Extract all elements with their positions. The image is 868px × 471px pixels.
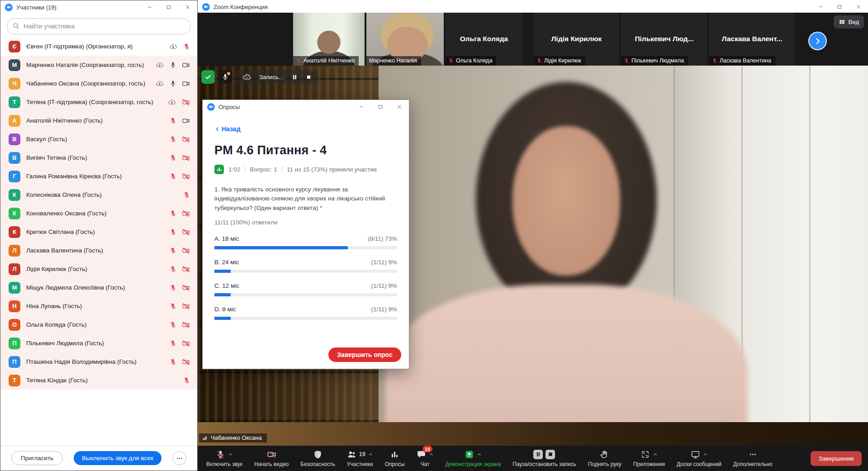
thumbnail-tile[interactable]: Анатолій Нікітченко <box>293 13 365 66</box>
participant-row[interactable]: В Випіяч Тетяна (Гость) <box>0 148 197 167</box>
participant-row[interactable]: Т Тетяна Юндак (Гость) <box>0 371 197 390</box>
mic-muted-icon <box>170 303 176 309</box>
toolbar-whiteboards-button[interactable]: Доски сообщений <box>671 446 727 471</box>
thumbnail-tile[interactable]: Ольга Коляда Ольга Коляда <box>446 13 522 66</box>
close-icon[interactable] <box>178 0 197 14</box>
maximize-icon[interactable] <box>830 0 849 14</box>
participant-row[interactable]: Л Ласкава Валентина (Гость) <box>0 241 197 260</box>
mic-muted-icon <box>170 266 176 272</box>
close-icon[interactable] <box>849 0 868 14</box>
recording-icon <box>169 42 178 51</box>
participant-row[interactable]: М Міщук Людмила Олексіївна (Гость) <box>0 278 197 297</box>
toolbar-label: Включить звук <box>206 461 242 467</box>
participant-row[interactable]: Г Галина Романівна Кіреєва (Гость) <box>0 167 197 186</box>
toolbar-more-button[interactable]: Дополнительно <box>727 446 778 471</box>
participant-row[interactable]: Є Євген (ІТ-підтримка) (Организатор, я) <box>0 37 197 56</box>
pause-recording-icon[interactable] <box>291 74 298 81</box>
avatar: Л <box>9 245 20 257</box>
participant-status-icons <box>170 302 190 310</box>
participant-status-icons <box>170 339 190 347</box>
thumbnail-center-name: Ольга Коляда <box>446 34 522 43</box>
invite-button[interactable]: Пригласить <box>11 451 63 465</box>
option-label: C. 12 міс <box>214 282 239 289</box>
end-meeting-button[interactable]: Завершение <box>811 451 862 466</box>
thumbnail-tile[interactable]: Марченко Наталія <box>366 13 444 66</box>
avatar: Ч <box>9 78 20 90</box>
camera-muted-icon <box>182 339 190 347</box>
participant-row[interactable]: Н Ніна Лупань (Гость) <box>0 297 197 315</box>
toolbar-unmute-button[interactable]: Включить звук <box>200 446 248 471</box>
minimize-icon[interactable] <box>140 0 159 14</box>
search-input[interactable] <box>7 18 191 34</box>
toolbar-pause-stop-recording-button[interactable]: Пауза/остановить запись <box>507 446 582 471</box>
close-icon[interactable] <box>390 100 409 114</box>
toolbar-label: Опросы <box>385 461 405 467</box>
participant-row[interactable]: В Васкул (Гость) <box>0 130 197 148</box>
option-result: (1/11) 9% <box>371 282 397 289</box>
recording-label: Запись... <box>259 74 284 81</box>
participant-row[interactable]: П Пташкіна Надія Володимирівна (Гость) <box>0 352 197 371</box>
toolbar-start-video-button[interactable]: Начать видео <box>248 446 294 471</box>
thumbnail-name: Марченко Наталія <box>369 57 417 64</box>
camera-on-icon <box>182 80 190 88</box>
minimize-icon[interactable] <box>811 0 830 14</box>
avatar: Л <box>9 263 20 275</box>
required-asterisk: * <box>320 205 322 211</box>
participant-row[interactable]: Ч Чабаненко Оксана (Соорганизатор, гость… <box>0 74 197 93</box>
view-button[interactable]: Вид <box>834 15 864 29</box>
camera-on-icon <box>182 117 190 125</box>
chevron-up-icon[interactable] <box>429 452 434 457</box>
maximize-icon[interactable] <box>159 0 178 14</box>
participant-row[interactable]: П Пількевич Людмила (Гость) <box>0 334 197 352</box>
toolbar-polls-button[interactable]: Опросы <box>379 446 411 471</box>
pause-recording-icon[interactable] <box>533 450 543 459</box>
toolbar-security-button[interactable]: Безопасность <box>294 446 341 471</box>
back-link[interactable]: Назад <box>214 125 241 133</box>
participant-status-icons <box>170 321 190 329</box>
participant-row[interactable]: Л Лідія Кирилюк (Гость) <box>0 260 197 278</box>
participant-name: Тетяна (ІТ-підтримка) (Соорганизатор, го… <box>26 99 153 105</box>
chevron-up-icon[interactable] <box>653 452 658 457</box>
chevron-up-icon[interactable] <box>703 452 708 457</box>
stop-recording-icon[interactable] <box>545 450 555 459</box>
thumbnail-center-name: Пількевич Люд... <box>621 34 707 43</box>
camera-muted-icon <box>182 172 190 181</box>
toolbar-apps-button[interactable]: Приложения <box>627 446 671 471</box>
stop-recording-icon[interactable] <box>306 74 312 80</box>
chevron-up-icon[interactable] <box>368 452 373 457</box>
more-options-button[interactable] <box>172 451 186 465</box>
raise-hand-icon <box>600 450 609 459</box>
thumbnail-tile[interactable]: Лідія Кирилюк Лідія Кирилюк <box>534 13 619 66</box>
participant-status-icons <box>170 172 190 181</box>
toolbar-participants-button[interactable]: 19 Участники <box>341 446 379 471</box>
participant-row[interactable]: Т Тетяна (ІТ-підтримка) (Соорганизатор, … <box>0 93 197 111</box>
camera-muted-icon <box>182 358 190 366</box>
chevron-up-icon[interactable] <box>228 452 233 457</box>
participant-row[interactable]: М Марченко Наталія (Соорганизатор, гость… <box>0 56 197 74</box>
option-bar-track <box>214 293 397 296</box>
mic-muted-icon <box>536 58 542 63</box>
participant-row[interactable]: О Ольга Коляда (Гость) <box>0 315 197 334</box>
minimize-icon[interactable] <box>352 100 371 114</box>
participant-row[interactable]: К Коноваленко Оксана (Гость) <box>0 204 197 223</box>
participant-row[interactable]: К Критюк Світлана (Гость) <box>0 223 197 241</box>
option-bar-track <box>214 317 397 320</box>
mute-all-button[interactable]: Выключить звук для всех <box>74 451 161 465</box>
participant-name: Євген (ІТ-підтримка) (Организатор, я) <box>26 43 133 50</box>
toolbar-raise-hand-button[interactable]: Поднять руку <box>582 446 627 471</box>
thumbnail-tile[interactable]: Ласкава Валент... Ласкава Валентина <box>709 13 795 66</box>
participant-name: Тетяна Юндак (Гость) <box>26 377 88 384</box>
thumbnail-tile[interactable]: Пількевич Люд... Пількевич Людмила <box>621 13 707 66</box>
maximize-icon[interactable] <box>371 100 390 114</box>
participant-row[interactable]: А Анатолій Нікітченко (Гость) <box>0 111 197 130</box>
participant-row[interactable]: К Колеснікова Олена (Гость) <box>0 186 197 204</box>
camera-muted-icon <box>182 209 190 218</box>
toolbar-share-screen-button[interactable]: Демонстрация экрана <box>440 446 507 471</box>
toolbar-chat-button[interactable]: 19 Чат <box>411 446 440 471</box>
chevron-up-icon[interactable] <box>477 452 482 457</box>
mic-muted-icon <box>170 358 176 365</box>
end-poll-button[interactable]: Завершить опрос <box>328 347 401 362</box>
next-videos-arrow-button[interactable] <box>809 33 826 49</box>
recording-icon <box>155 61 164 70</box>
meeting-window-title: Zoom Конференция <box>213 4 268 10</box>
